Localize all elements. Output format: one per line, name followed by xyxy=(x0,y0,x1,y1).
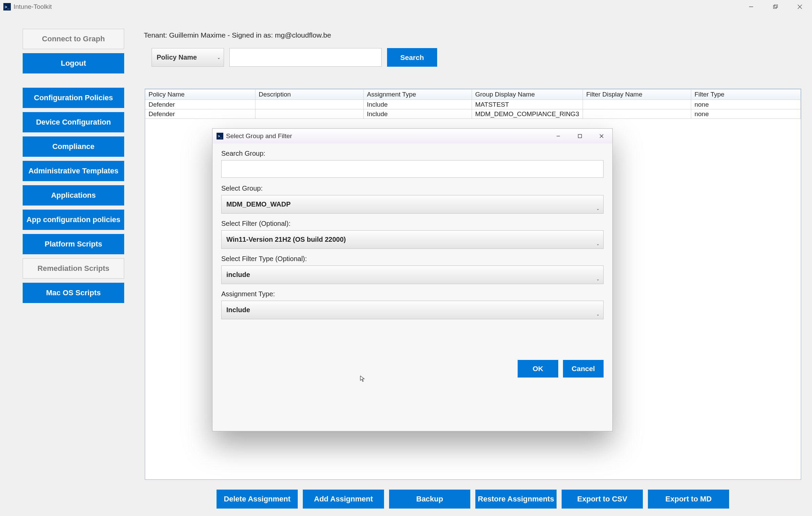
cancel-button[interactable]: Cancel xyxy=(563,360,604,378)
chevron-down-icon: ⌄ xyxy=(596,242,599,246)
dialog-minimize-button[interactable] xyxy=(547,129,569,144)
minimize-icon xyxy=(556,134,560,138)
svg-rect-1 xyxy=(773,5,776,8)
search-group-label: Search Group: xyxy=(221,150,604,157)
search-group-input[interactable] xyxy=(221,160,604,178)
dialog-title: Select Group and Filter xyxy=(226,132,547,140)
select-group-value: MDM_DEMO_WADP xyxy=(226,200,291,208)
select-group-filter-dialog: >_ Select Group and Filter Search Group: xyxy=(212,128,613,431)
dialog-title-bar: >_ Select Group and Filter xyxy=(212,129,612,144)
assignment-type-label: Assignment Type: xyxy=(221,290,604,298)
select-group-label: Select Group: xyxy=(221,185,604,192)
window-controls xyxy=(739,0,812,14)
maximize-icon xyxy=(773,4,778,9)
select-filter-dropdown[interactable]: Win11-Version 21H2 (OS build 22000) ⌄ xyxy=(221,230,604,249)
minimize-icon xyxy=(749,4,753,9)
dialog-maximize-button[interactable] xyxy=(569,129,591,144)
powershell-icon: >_ xyxy=(217,133,223,139)
select-filter-type-label: Select Filter Type (Optional): xyxy=(221,255,604,263)
powershell-icon: >_ xyxy=(3,3,11,10)
window-title: Intune-Toolkit xyxy=(14,3,739,10)
select-filter-value: Win11-Version 21H2 (OS build 22000) xyxy=(226,236,346,243)
select-filter-type-dropdown[interactable]: include ⌄ xyxy=(221,265,604,284)
minimize-button[interactable] xyxy=(739,0,763,14)
assignment-type-value: Include xyxy=(226,306,250,314)
chevron-down-icon: ⌄ xyxy=(596,277,599,281)
svg-rect-2 xyxy=(774,4,777,7)
maximize-button[interactable] xyxy=(763,0,788,14)
close-button[interactable] xyxy=(788,0,812,14)
title-bar: >_ Intune-Toolkit xyxy=(0,0,812,14)
dialog-footer: OK Cancel xyxy=(518,360,604,378)
modal-backdrop: >_ Select Group and Filter Search Group: xyxy=(0,14,812,516)
maximize-icon xyxy=(578,134,582,138)
svg-rect-6 xyxy=(578,134,582,138)
close-icon xyxy=(600,134,604,138)
chevron-down-icon: ⌄ xyxy=(596,207,599,211)
assignment-type-dropdown[interactable]: Include ⌄ xyxy=(221,301,604,319)
dialog-body: Search Group: Select Group: MDM_DEMO_WAD… xyxy=(212,144,612,329)
select-group-dropdown[interactable]: MDM_DEMO_WADP ⌄ xyxy=(221,195,604,214)
close-icon xyxy=(797,4,802,9)
chevron-down-icon: ⌄ xyxy=(596,313,599,316)
ok-button[interactable]: OK xyxy=(518,360,558,378)
select-filter-type-value: include xyxy=(226,271,250,279)
select-filter-label: Select Filter (Optional): xyxy=(221,220,604,228)
dialog-window-controls xyxy=(547,129,612,144)
dialog-close-button[interactable] xyxy=(591,129,612,144)
